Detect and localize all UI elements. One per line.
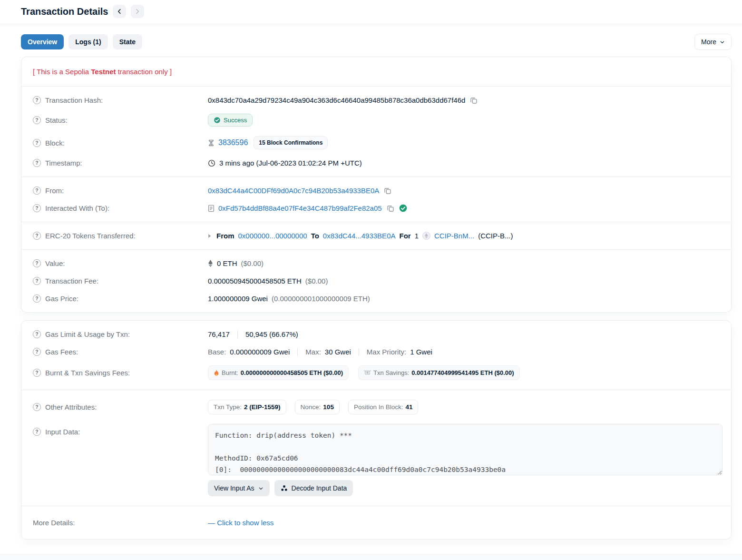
txn-savings-label: Txn Savings: [373, 369, 409, 376]
help-icon[interactable]: ? [33, 204, 41, 212]
chevron-left-icon [116, 8, 123, 15]
copy-icon [470, 97, 478, 104]
block-label-group: ? Block: [33, 139, 208, 147]
txn-type-value: 2 (EIP-1559) [244, 403, 281, 411]
value-value-group: 0 ETH ($0.00) [208, 259, 720, 267]
erc20-token-name-link[interactable]: CCIP-BnM... [434, 232, 474, 240]
gas-fees-row: ? Gas Fees: Base: 0.000000009 Gwei Max: … [21, 343, 731, 361]
help-icon[interactable]: ? [33, 139, 41, 147]
gas-limit-label-group: ? Gas Limit & Usage by Txn: [33, 330, 208, 338]
transaction-fee-label: Transaction Fee: [45, 277, 98, 285]
timestamp-value-group: 3 mins ago (Jul-06-2023 01:02:24 PM +UTC… [208, 159, 720, 167]
addresses-section: ? From: 0x83dC44a4C00DFf69d0A0c7c94B20b5… [21, 177, 731, 222]
transaction-hash-label-group: ? Transaction Hash: [33, 96, 208, 104]
gas-max-value: 30 Gwei [325, 348, 351, 356]
help-icon[interactable]: ? [33, 369, 41, 377]
from-address-link[interactable]: 0x83dC44a4C00DFf69d0A0c7c94B20b53a4933BE… [208, 187, 379, 195]
help-icon[interactable]: ? [33, 295, 41, 303]
more-button-label: More [701, 38, 716, 46]
tab-overview[interactable]: Overview [21, 34, 64, 49]
tab-logs[interactable]: Logs (1) [68, 34, 107, 49]
tab-state[interactable]: State [113, 34, 142, 49]
interacted-with-address-link[interactable]: 0xFd57b4ddBf88a4e07fF4e34C487b99af2Fe82a… [218, 204, 382, 212]
decode-input-data-label: Decode Input Data [292, 484, 347, 492]
timestamp-label: Timestamp: [45, 159, 82, 167]
eth-diamond-icon [208, 260, 213, 267]
next-transaction-button[interactable] [131, 5, 144, 18]
status-row: ? Status: Success [21, 109, 731, 131]
value-label-group: ? Value: [33, 259, 208, 267]
more-details-value-group: — Click to show less [208, 519, 720, 527]
status-label-group: ? Status: [33, 116, 208, 124]
input-data-label: Input Data: [45, 428, 80, 436]
page-footer-strip [0, 554, 742, 560]
testnet-warning: [ This is a Sepolia Testnet transaction … [33, 68, 172, 76]
testnet-warning-section: [ This is a Sepolia Testnet transaction … [21, 57, 731, 87]
verified-contract-check-icon [399, 204, 407, 212]
click-to-show-less-link[interactable]: — Click to show less [208, 519, 273, 527]
interacted-with-row: ? Interacted With (To): 0xFd57b4ddBf88a4… [21, 199, 731, 217]
gas-price-label: Gas Price: [45, 295, 78, 303]
erc20-from-word: From [216, 232, 234, 240]
help-icon[interactable]: ? [33, 116, 41, 124]
help-icon[interactable]: ? [33, 96, 41, 104]
value-label: Value: [45, 259, 65, 267]
gas-usage-value: 50,945 (66.67%) [245, 330, 298, 338]
other-attributes-label-group: ? Other Attributes: [33, 403, 208, 411]
header-divider [0, 24, 742, 24]
copy-icon [387, 205, 394, 212]
help-icon[interactable]: ? [33, 159, 41, 167]
input-data-textarea[interactable]: Function: drip(address token) *** Method… [208, 424, 722, 475]
txn-type-label: Txn Type: [214, 403, 242, 411]
contract-document-icon [208, 205, 215, 212]
erc20-from-address-link[interactable]: 0x000000...00000000 [238, 232, 307, 240]
interacted-with-label: Interacted With (To): [45, 204, 109, 212]
txn-savings-value: 0.001477404999541495 ETH ($0.00) [411, 369, 514, 376]
more-dropdown-button[interactable]: More [694, 34, 732, 50]
gas-max-label: Max: [305, 348, 321, 356]
gas-limit-row: ? Gas Limit & Usage by Txn: 76,417 50,94… [21, 325, 731, 343]
help-icon[interactable]: ? [33, 277, 41, 285]
transaction-fee-label-group: ? Transaction Fee: [33, 277, 208, 285]
copy-to-address-button[interactable] [386, 205, 395, 212]
help-icon[interactable]: ? [33, 259, 41, 267]
decode-input-data-button[interactable]: Decode Input Data [274, 480, 353, 496]
block-value-group: 3836596 15 Block Confirmations [208, 136, 720, 149]
value-usd: ($0.00) [241, 259, 264, 267]
tab-bar: Overview Logs (1) State More [21, 34, 732, 50]
copy-icon [384, 187, 391, 195]
timestamp-row: ? Timestamp: 3 mins ago (Jul-06-2023 01:… [21, 154, 731, 172]
help-icon[interactable]: ? [33, 232, 41, 240]
view-input-as-button[interactable]: View Input As [208, 480, 270, 496]
previous-transaction-button[interactable] [113, 5, 126, 18]
help-icon[interactable]: ? [33, 330, 41, 338]
more-details-label-group: More Details: [33, 519, 208, 527]
burnt-savings-value-group: Burnt: 0.000000000000458505 ETH ($0.00) … [208, 365, 720, 380]
help-icon[interactable]: ? [33, 403, 41, 411]
value-amount: 0 ETH [217, 259, 237, 267]
help-icon[interactable]: ? [33, 348, 41, 356]
burnt-savings-label-group: ? Burnt & Txn Savings Fees: [33, 369, 208, 377]
gas-price-value-group: 1.000000009 Gwei (0.000000001000000009 E… [208, 295, 720, 303]
page-title: Transaction Details [21, 6, 108, 17]
erc20-label-group: ? ERC-20 Tokens Transferred: [33, 232, 208, 240]
gas-limit-value-group: 76,417 50,945 (66.67%) [208, 330, 720, 338]
input-data-label-group: ? Input Data: [33, 424, 208, 436]
block-number-link[interactable]: 3836596 [218, 138, 248, 147]
gas-price-row: ? Gas Price: 1.000000009 Gwei (0.0000000… [21, 290, 731, 307]
copy-from-address-button[interactable] [383, 187, 392, 195]
tab-group: Overview Logs (1) State [21, 34, 142, 49]
nonce-value: 105 [323, 403, 334, 411]
page-header: Transaction Details [21, 0, 732, 24]
help-icon[interactable]: ? [33, 428, 41, 436]
erc20-transfer-item: From 0x000000...00000000 To 0x83dC44...4… [208, 232, 720, 240]
copy-hash-button[interactable] [469, 97, 478, 104]
help-icon[interactable]: ? [33, 187, 41, 195]
view-input-as-label: View Input As [214, 484, 254, 492]
more-details-label: More Details: [33, 519, 75, 527]
erc20-to-address-link[interactable]: 0x83dC44...4933BE0A [323, 232, 396, 240]
gas-limit-label: Gas Limit & Usage by Txn: [45, 330, 130, 338]
nonce-badge: Nonce: 105 [295, 400, 340, 414]
overview-card-main: [ This is a Sepolia Testnet transaction … [21, 57, 732, 313]
gas-price-eth: (0.000000001000000009 ETH) [272, 295, 370, 303]
